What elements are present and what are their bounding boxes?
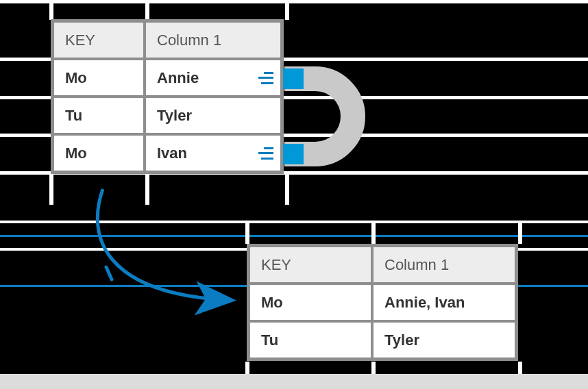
- merge-lines-icon: [257, 147, 273, 160]
- grid-stub: [145, 3, 149, 20]
- header-col1: Column 1: [372, 246, 516, 284]
- cell-key: Mo: [53, 134, 145, 172]
- cell-col1: Annie: [145, 59, 282, 97]
- cell-value: Tyler: [157, 107, 192, 125]
- cell-key: Mo: [53, 59, 145, 97]
- connector-node-icon: [283, 144, 304, 164]
- table-row: Tu Tyler: [53, 97, 282, 134]
- table-row: Mo Ivan: [53, 134, 282, 172]
- connector-node-icon: [283, 68, 304, 89]
- grid-stub: [518, 223, 522, 244]
- grid-stub: [245, 362, 249, 374]
- table-row: Tu Tyler: [249, 321, 516, 359]
- source-table: KEY Column 1 Mo Annie Tu Tyler Mo Ivan: [51, 19, 284, 174]
- grid-stub: [49, 175, 53, 205]
- grid-stub: [245, 223, 249, 244]
- diagram-stage: KEY Column 1 Mo Annie Tu Tyler Mo Ivan: [0, 0, 588, 389]
- cell-key: Tu: [249, 321, 372, 359]
- table-header-row: KEY Column 1: [53, 21, 282, 59]
- cell-key: Tu: [53, 97, 145, 134]
- result-table: KEY Column 1 Mo Annie, Ivan Tu Tyler: [247, 244, 518, 361]
- grid-stub: [285, 175, 289, 205]
- grid-stub: [49, 3, 53, 20]
- cell-key: Mo: [249, 284, 372, 321]
- grid-stub: [371, 362, 376, 374]
- cell-col1: Ivan: [145, 134, 282, 172]
- grid-stub: [285, 3, 289, 20]
- table-row: Mo Annie: [53, 59, 282, 97]
- cell-value: Ivan: [157, 145, 187, 162]
- footer-bar: [0, 374, 588, 389]
- table-header-row: KEY Column 1: [249, 246, 516, 284]
- grid-line: [0, 0, 588, 3]
- merge-lines-icon: [257, 72, 273, 84]
- grid-stub: [518, 362, 522, 374]
- curved-arrow-icon: [65, 184, 243, 334]
- header-key: KEY: [249, 246, 372, 284]
- grid-stub: [371, 223, 376, 244]
- cell-col1: Tyler: [145, 97, 282, 134]
- table-row: Mo Annie, Ivan: [249, 284, 516, 321]
- header-key: KEY: [53, 21, 145, 59]
- cell-col1: Annie, Ivan: [372, 284, 516, 321]
- cell-value: Annie: [157, 69, 199, 87]
- header-col1: Column 1: [145, 21, 282, 59]
- cell-col1: Tyler: [372, 321, 516, 359]
